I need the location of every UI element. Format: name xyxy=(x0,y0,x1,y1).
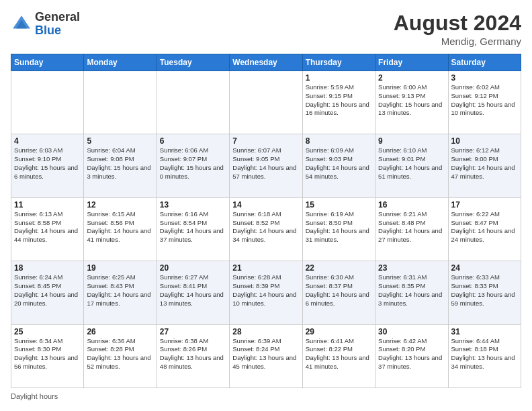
calendar-cell: 22Sunrise: 6:30 AM Sunset: 8:37 PM Dayli… xyxy=(302,261,375,324)
calendar-week-row: 1Sunrise: 5:59 AM Sunset: 9:15 PM Daylig… xyxy=(11,71,521,134)
footer: Daylight hours xyxy=(11,392,521,400)
calendar-cell: 10Sunrise: 6:12 AM Sunset: 9:00 PM Dayli… xyxy=(448,134,521,197)
calendar-cell: 25Sunrise: 6:34 AM Sunset: 8:30 PM Dayli… xyxy=(11,324,84,387)
day-number: 12 xyxy=(87,200,153,210)
day-number: 2 xyxy=(378,73,445,83)
day-info: Sunrise: 6:09 AM Sunset: 9:03 PM Dayligh… xyxy=(306,146,372,181)
day-number: 18 xyxy=(14,263,81,273)
day-info: Sunrise: 6:28 AM Sunset: 8:39 PM Dayligh… xyxy=(232,273,299,308)
calendar-cell: 9Sunrise: 6:10 AM Sunset: 9:01 PM Daylig… xyxy=(375,134,448,197)
day-info: Sunrise: 6:24 AM Sunset: 8:45 PM Dayligh… xyxy=(14,273,81,308)
calendar-cell: 17Sunrise: 6:22 AM Sunset: 8:47 PM Dayli… xyxy=(448,197,521,261)
calendar-cell: 30Sunrise: 6:42 AM Sunset: 8:20 PM Dayli… xyxy=(375,324,448,387)
calendar-cell: 29Sunrise: 6:41 AM Sunset: 8:22 PM Dayli… xyxy=(302,324,375,387)
calendar-cell: 31Sunrise: 6:44 AM Sunset: 8:18 PM Dayli… xyxy=(448,324,521,387)
day-number: 4 xyxy=(14,136,81,146)
calendar-week-row: 4Sunrise: 6:03 AM Sunset: 9:10 PM Daylig… xyxy=(11,134,521,197)
title-block: August 2024 Mendig, Germany xyxy=(394,11,521,47)
calendar-cell: 26Sunrise: 6:36 AM Sunset: 8:28 PM Dayli… xyxy=(84,324,157,387)
calendar-cell xyxy=(230,71,302,134)
day-info: Sunrise: 6:31 AM Sunset: 8:35 PM Dayligh… xyxy=(378,273,445,308)
calendar-cell: 12Sunrise: 6:15 AM Sunset: 8:56 PM Dayli… xyxy=(84,197,157,261)
generalblue-logo-icon xyxy=(11,13,32,35)
page: General Blue August 2024 Mendig, Germany… xyxy=(0,0,532,411)
day-number: 5 xyxy=(87,136,153,146)
day-number: 22 xyxy=(306,263,372,273)
day-info: Sunrise: 6:30 AM Sunset: 8:37 PM Dayligh… xyxy=(306,273,372,308)
calendar-cell: 5Sunrise: 6:04 AM Sunset: 9:08 PM Daylig… xyxy=(84,134,157,197)
calendar-table: SundayMondayTuesdayWednesdayThursdayFrid… xyxy=(11,54,521,388)
calendar-cell: 3Sunrise: 6:02 AM Sunset: 9:12 PM Daylig… xyxy=(448,71,521,134)
calendar-cell: 4Sunrise: 6:03 AM Sunset: 9:10 PM Daylig… xyxy=(11,134,84,197)
month-year: August 2024 xyxy=(394,11,521,36)
logo-blue: Blue xyxy=(35,24,80,38)
day-info: Sunrise: 6:18 AM Sunset: 8:52 PM Dayligh… xyxy=(232,210,299,244)
day-number: 24 xyxy=(451,263,518,273)
day-number: 31 xyxy=(451,327,518,336)
day-info: Sunrise: 6:27 AM Sunset: 8:41 PM Dayligh… xyxy=(160,273,226,308)
day-info: Sunrise: 6:19 AM Sunset: 8:50 PM Dayligh… xyxy=(306,210,372,244)
calendar-day-header: Thursday xyxy=(302,54,375,71)
day-info: Sunrise: 5:59 AM Sunset: 9:15 PM Dayligh… xyxy=(306,83,372,118)
calendar-cell: 1Sunrise: 5:59 AM Sunset: 9:15 PM Daylig… xyxy=(302,71,375,134)
day-info: Sunrise: 6:21 AM Sunset: 8:48 PM Dayligh… xyxy=(378,210,445,244)
day-number: 16 xyxy=(378,200,445,210)
day-number: 3 xyxy=(451,73,518,83)
day-info: Sunrise: 6:02 AM Sunset: 9:12 PM Dayligh… xyxy=(451,83,518,118)
day-number: 7 xyxy=(232,136,299,146)
calendar-day-header: Wednesday xyxy=(230,54,302,71)
calendar-cell: 15Sunrise: 6:19 AM Sunset: 8:50 PM Dayli… xyxy=(302,197,375,261)
day-number: 10 xyxy=(451,136,518,146)
day-info: Sunrise: 6:41 AM Sunset: 8:22 PM Dayligh… xyxy=(306,337,372,371)
day-number: 14 xyxy=(232,200,299,210)
calendar-day-header: Saturday xyxy=(448,54,521,71)
calendar-cell: 11Sunrise: 6:13 AM Sunset: 8:58 PM Dayli… xyxy=(11,197,84,261)
day-info: Sunrise: 6:39 AM Sunset: 8:24 PM Dayligh… xyxy=(232,337,299,371)
logo-general: General xyxy=(35,11,80,24)
calendar-cell: 23Sunrise: 6:31 AM Sunset: 8:35 PM Dayli… xyxy=(375,261,448,324)
day-number: 8 xyxy=(306,136,372,146)
day-info: Sunrise: 6:34 AM Sunset: 8:30 PM Dayligh… xyxy=(14,337,81,371)
location: Mendig, Germany xyxy=(394,36,521,47)
day-number: 30 xyxy=(378,327,445,336)
calendar-header-row: SundayMondayTuesdayWednesdayThursdayFrid… xyxy=(11,54,521,71)
calendar-cell: 28Sunrise: 6:39 AM Sunset: 8:24 PM Dayli… xyxy=(230,324,302,387)
calendar-day-header: Friday xyxy=(375,54,448,71)
calendar-cell: 19Sunrise: 6:25 AM Sunset: 8:43 PM Dayli… xyxy=(84,261,157,324)
day-info: Sunrise: 6:16 AM Sunset: 8:54 PM Dayligh… xyxy=(160,210,226,244)
day-info: Sunrise: 6:04 AM Sunset: 9:08 PM Dayligh… xyxy=(87,146,153,181)
day-number: 15 xyxy=(306,200,372,210)
calendar-day-header: Sunday xyxy=(11,54,84,71)
calendar-cell: 2Sunrise: 6:00 AM Sunset: 9:13 PM Daylig… xyxy=(375,71,448,134)
calendar-cell: 21Sunrise: 6:28 AM Sunset: 8:39 PM Dayli… xyxy=(230,261,302,324)
day-number: 19 xyxy=(87,263,153,273)
day-info: Sunrise: 6:22 AM Sunset: 8:47 PM Dayligh… xyxy=(451,210,518,244)
calendar-day-header: Monday xyxy=(84,54,157,71)
calendar-cell: 14Sunrise: 6:18 AM Sunset: 8:52 PM Dayli… xyxy=(230,197,302,261)
day-info: Sunrise: 6:44 AM Sunset: 8:18 PM Dayligh… xyxy=(451,337,518,371)
day-info: Sunrise: 6:15 AM Sunset: 8:56 PM Dayligh… xyxy=(87,210,153,244)
calendar-cell: 24Sunrise: 6:33 AM Sunset: 8:33 PM Dayli… xyxy=(448,261,521,324)
day-info: Sunrise: 6:36 AM Sunset: 8:28 PM Dayligh… xyxy=(87,337,153,371)
calendar-cell: 7Sunrise: 6:07 AM Sunset: 9:05 PM Daylig… xyxy=(230,134,302,197)
logo: General Blue xyxy=(11,11,80,38)
calendar-week-row: 18Sunrise: 6:24 AM Sunset: 8:45 PM Dayli… xyxy=(11,261,521,324)
calendar-cell xyxy=(84,71,157,134)
day-number: 9 xyxy=(378,136,445,146)
calendar-week-row: 25Sunrise: 6:34 AM Sunset: 8:30 PM Dayli… xyxy=(11,324,521,387)
calendar-cell: 13Sunrise: 6:16 AM Sunset: 8:54 PM Dayli… xyxy=(157,197,229,261)
calendar-cell: 6Sunrise: 6:06 AM Sunset: 9:07 PM Daylig… xyxy=(157,134,229,197)
calendar-cell xyxy=(11,71,84,134)
day-number: 28 xyxy=(232,327,299,336)
calendar-day-header: Tuesday xyxy=(157,54,229,71)
calendar-cell xyxy=(157,71,229,134)
daylight-label: Daylight hours xyxy=(11,392,58,400)
day-number: 26 xyxy=(87,327,153,336)
day-info: Sunrise: 6:03 AM Sunset: 9:10 PM Dayligh… xyxy=(14,146,81,181)
day-info: Sunrise: 6:06 AM Sunset: 9:07 PM Dayligh… xyxy=(160,146,226,181)
day-number: 23 xyxy=(378,263,445,273)
calendar-cell: 20Sunrise: 6:27 AM Sunset: 8:41 PM Dayli… xyxy=(157,261,229,324)
day-number: 25 xyxy=(14,327,81,336)
header: General Blue August 2024 Mendig, Germany xyxy=(11,11,521,47)
day-number: 20 xyxy=(160,263,226,273)
